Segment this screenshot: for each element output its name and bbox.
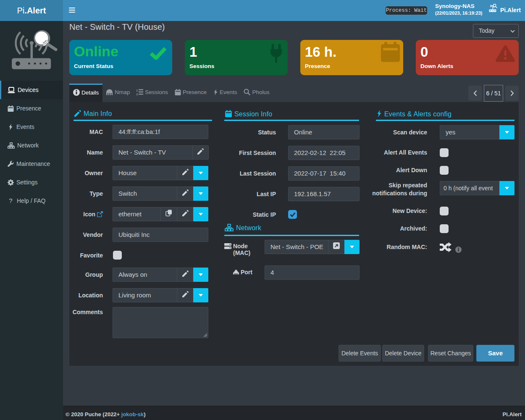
svg-text:1: 1 xyxy=(136,89,138,92)
svg-text:2: 2 xyxy=(136,92,138,95)
